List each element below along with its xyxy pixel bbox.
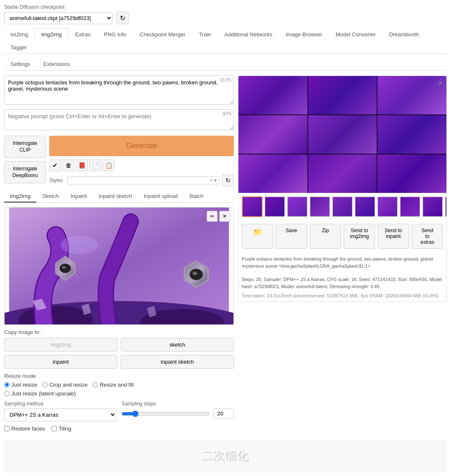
mode-tab-batch[interactable]: Batch — [184, 190, 209, 203]
output-grid — [238, 76, 446, 193]
negative-prompt-input[interactable] — [4, 109, 234, 130]
output-cell-4 — [238, 115, 307, 154]
send-to-extras-button[interactable]: Sendtoextras — [412, 224, 443, 249]
tiling-option[interactable]: Tiling — [51, 425, 71, 432]
copy-image-label: Copy image to: — [4, 329, 234, 335]
styles-dropdown-arrow[interactable]: ▾ — [214, 177, 217, 183]
mode-tab-sketch[interactable]: Sketch — [36, 190, 65, 203]
output-cell-9 — [378, 154, 446, 193]
style-doc1-icon-button[interactable]: 📄 — [89, 160, 101, 171]
secondary-nav-tabs: Settings Extensions — [4, 58, 447, 71]
zip-button[interactable]: Zip — [310, 224, 341, 249]
output-image-area — [238, 76, 446, 193]
watermark: 二次细化 — [4, 440, 447, 473]
tab-model-converter[interactable]: Model Converter — [329, 28, 382, 41]
positive-prompt-input[interactable]: Purple octopus tentacles from breaking t… — [4, 76, 234, 105]
copy-to-img2img-button[interactable]: img2img — [4, 338, 117, 352]
copy-to-inpaint-sketch-button[interactable]: inpaint sketch — [121, 355, 234, 369]
output-cell-6 — [378, 115, 446, 154]
output-section: ✕ — [238, 76, 447, 302]
thumbnail-9[interactable] — [422, 196, 443, 217]
interrogate-deepbooru-button[interactable]: InterrogateDeepBooru — [4, 161, 46, 183]
sampling-method-select[interactable]: DPM++ 2S a Karras — [4, 408, 117, 421]
thumbnail-6[interactable] — [355, 196, 375, 217]
output-cell-2 — [308, 76, 377, 114]
output-cell-3 — [378, 76, 446, 114]
thumbnail-10[interactable] — [445, 196, 446, 217]
tab-img2img[interactable]: img2img — [35, 28, 68, 41]
sampling-steps-input[interactable] — [213, 408, 234, 419]
main-nav-tabs: txt2img img2img Extras PNG Info Checkpoi… — [4, 28, 447, 54]
output-params: Steps: 20, Sampler: DPM++ 2S a Karras, C… — [238, 273, 446, 293]
tab-checkpoint-merger[interactable]: Checkpoint Merger — [133, 28, 192, 41]
thumbnail-3[interactable] — [287, 196, 308, 217]
thumbnail-4[interactable] — [309, 196, 330, 217]
tab-extras[interactable]: Extras — [69, 28, 97, 41]
uploaded-image — [5, 208, 233, 324]
image-upload-area[interactable]: ✏ ✕ — [4, 207, 234, 325]
output-cell-8 — [308, 154, 377, 193]
mode-tab-img2img[interactable]: img2img — [4, 190, 36, 203]
resize-latent-option[interactable]: Just resize (latent upscale) — [4, 390, 76, 397]
image-close-button[interactable]: ✕ — [219, 211, 230, 222]
tab-txt2img[interactable]: txt2img — [4, 28, 34, 41]
styles-clear-button[interactable]: × — [210, 177, 213, 183]
tab-png-info[interactable]: PNG Info — [98, 28, 132, 41]
sampling-steps-label: Sampling steps — [122, 401, 234, 407]
resize-fill-option[interactable]: Resize and fill — [93, 382, 134, 388]
thumbnail-2[interactable] — [264, 196, 285, 217]
mode-tab-inpaint[interactable]: Inpaint — [65, 190, 93, 203]
image-edit-button[interactable]: ✏ — [207, 211, 218, 222]
tab-image-browser[interactable]: Image Browser — [279, 28, 328, 41]
resize-crop-option[interactable]: Crop and resize — [42, 382, 88, 388]
negative-token-count: 0/75 — [223, 111, 231, 116]
resize-mode-label: Resize mode — [4, 373, 234, 379]
send-to-img2img-button[interactable]: Send toimg2img — [344, 224, 375, 249]
styles-refresh-button[interactable]: ↻ — [222, 175, 234, 186]
sampling-steps-slider[interactable] — [122, 410, 210, 417]
interrogate-clip-button[interactable]: InterrogateCLIP — [4, 136, 46, 158]
svg-point-15 — [61, 235, 98, 254]
checkpoint-select[interactable]: animefull-latest.ckpt [a7529df023] — [4, 12, 113, 24]
generate-button[interactable]: Generate — [49, 136, 234, 156]
action-buttons: 📁 Save Zip Send toimg2img Send toinpaint — [238, 220, 446, 252]
svg-point-11 — [193, 271, 197, 275]
tab-dreambooth[interactable]: Dreambooth — [383, 28, 426, 41]
checkpoint-refresh-button[interactable]: ↻ — [116, 12, 129, 24]
style-trash-icon-button[interactable]: 🗑 — [63, 160, 74, 171]
thumbnail-5[interactable] — [332, 196, 353, 217]
send-to-inpaint-button[interactable]: Send toinpaint — [378, 224, 409, 249]
tab-additional-networks[interactable]: Additional Networks — [218, 28, 279, 41]
restore-faces-option[interactable]: Restore faces — [4, 425, 45, 432]
style-book-icon-button[interactable]: 📕 — [76, 160, 88, 171]
styles-label: Styles — [49, 177, 63, 183]
tab-tagger[interactable]: Tagger — [4, 41, 33, 53]
resize-just-resize-option[interactable]: Just resize — [4, 382, 37, 388]
copy-image-section: Copy image to: img2img sketch inpaint in… — [4, 329, 234, 369]
style-doc2-icon-button[interactable]: 📋 — [103, 160, 114, 171]
open-folder-button[interactable]: 📁 — [242, 224, 273, 249]
tab-extensions[interactable]: Extensions — [37, 58, 76, 70]
mode-tab-inpaint-upload[interactable]: Inpaint upload — [138, 190, 184, 203]
output-cell-7 — [238, 154, 307, 193]
checkbox-row: Restore faces Tiling — [4, 425, 234, 432]
thumbnail-1[interactable] — [242, 196, 263, 217]
thumbnail-7[interactable] — [377, 196, 398, 217]
thumbnail-8[interactable] — [400, 196, 421, 217]
thumbnail-strip — [238, 193, 446, 220]
mode-tab-inpaint-sketch[interactable]: Inpaint sketch — [93, 190, 138, 203]
mode-tabs: img2img Sketch Inpaint Inpaint sketch In… — [4, 190, 234, 203]
save-button[interactable]: Save — [276, 224, 307, 249]
output-info: Purple octopus tentacles from breaking t… — [238, 252, 446, 273]
tab-train[interactable]: Train — [193, 28, 217, 41]
copy-to-inpaint-button[interactable]: inpaint — [4, 355, 117, 369]
sampling-method-label: Sampling method — [4, 401, 117, 407]
copy-to-sketch-button[interactable]: sketch — [121, 338, 234, 352]
output-close-button[interactable]: ✕ — [438, 79, 443, 87]
svg-point-7 — [62, 266, 66, 269]
positive-token-count: 21/75 — [220, 77, 231, 82]
output-cell-5 — [308, 115, 377, 154]
style-check-icon-button[interactable]: ✔ — [49, 160, 61, 171]
tab-settings[interactable]: Settings — [4, 58, 36, 70]
folder-icon: 📁 — [253, 228, 262, 237]
